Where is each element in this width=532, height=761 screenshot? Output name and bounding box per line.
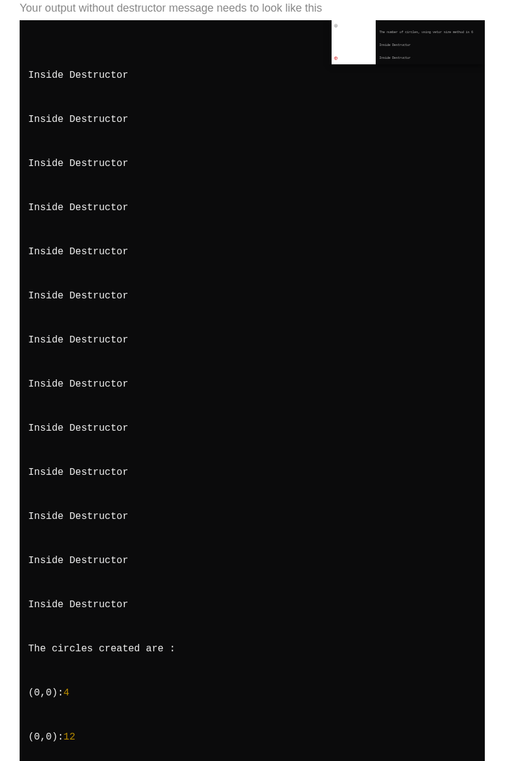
thumbnail-line: Inside Destructor bbox=[379, 44, 481, 48]
thumbnail-line: Inside Destructor bbox=[379, 56, 481, 61]
terminal-line: Inside Destructor bbox=[28, 289, 476, 303]
circle-line: (0,0):12 bbox=[28, 730, 476, 744]
image-preview-thumbnail[interactable]: ⊗ ⊕ The number of circles, using vetor s… bbox=[332, 20, 485, 64]
terminal-line: Inside Destructor bbox=[28, 377, 476, 392]
circle-radius: 4 bbox=[64, 687, 70, 699]
terminal-line: Inside Destructor bbox=[28, 333, 476, 347]
terminal-line: Inside Destructor bbox=[28, 597, 476, 612]
terminal-line: Inside Destructor bbox=[28, 421, 476, 436]
terminal-line: Inside Destructor bbox=[28, 553, 476, 568]
terminal-line: Inside Destructor bbox=[28, 509, 476, 524]
zoom-icon[interactable]: ⊕ bbox=[334, 54, 338, 63]
circle-coord: (0,0): bbox=[28, 732, 64, 743]
terminal-line: Inside Destructor bbox=[28, 465, 476, 480]
terminal-output-1: ⊗ ⊕ The number of circles, using vetor s… bbox=[20, 20, 485, 761]
terminal-line: Inside Destructor bbox=[28, 112, 476, 127]
terminal-line: Inside Destructor bbox=[28, 68, 476, 83]
terminal-line: The circles created are : bbox=[28, 642, 476, 656]
circle-coord: (0,0): bbox=[28, 687, 64, 699]
thumbnail-whitepane: ⊗ ⊕ bbox=[332, 20, 376, 64]
terminal-line: Inside Destructor bbox=[28, 200, 476, 215]
terminal-line: Inside Destructor bbox=[28, 244, 476, 259]
thumbnail-preview-content: The number of circles, using vetor size … bbox=[376, 20, 485, 64]
thumbnail-line: The number of circles, using vetor size … bbox=[379, 31, 481, 35]
circle-radius: 12 bbox=[64, 732, 75, 743]
close-icon[interactable]: ⊗ bbox=[334, 21, 338, 31]
instruction-text-1: Your output without destructor message n… bbox=[0, 0, 532, 20]
terminal-line: Inside Destructor bbox=[28, 156, 476, 171]
circle-line: (0,0):4 bbox=[28, 686, 476, 700]
